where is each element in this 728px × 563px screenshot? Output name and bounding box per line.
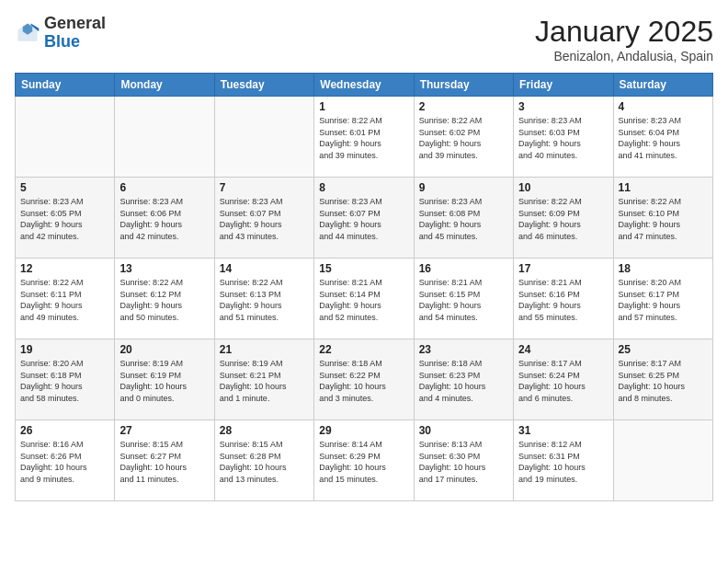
day-cell: 18Sunrise: 8:20 AM Sunset: 6:17 PM Dayli…: [613, 259, 712, 339]
day-cell: 13Sunrise: 8:22 AM Sunset: 6:12 PM Dayli…: [115, 259, 214, 339]
day-info: Sunrise: 8:23 AM Sunset: 6:07 PM Dayligh…: [319, 196, 408, 242]
day-cell: 21Sunrise: 8:19 AM Sunset: 6:21 PM Dayli…: [214, 339, 313, 420]
day-info: Sunrise: 8:23 AM Sunset: 6:06 PM Dayligh…: [119, 196, 209, 242]
logo-icon: [15, 20, 40, 46]
day-number: 22: [319, 343, 408, 356]
day-info: Sunrise: 8:13 AM Sunset: 6:30 PM Dayligh…: [419, 439, 508, 485]
day-number: 17: [518, 262, 608, 275]
day-number: 27: [119, 424, 209, 437]
day-number: 5: [20, 181, 109, 194]
day-number: 11: [619, 181, 708, 194]
calendar-table: Sunday Monday Tuesday Wednesday Thursday…: [15, 73, 713, 501]
day-info: Sunrise: 8:22 AM Sunset: 6:11 PM Dayligh…: [20, 277, 109, 323]
day-number: 14: [220, 262, 309, 275]
header: General Blue January 2025 Benizalon, And…: [15, 15, 713, 63]
day-number: 16: [419, 262, 508, 275]
day-info: Sunrise: 8:23 AM Sunset: 6:04 PM Dayligh…: [619, 115, 708, 161]
day-cell: 16Sunrise: 8:21 AM Sunset: 6:15 PM Dayli…: [414, 259, 513, 339]
week-row-3: 19Sunrise: 8:20 AM Sunset: 6:18 PM Dayli…: [16, 339, 713, 420]
week-row-4: 26Sunrise: 8:16 AM Sunset: 6:26 PM Dayli…: [16, 420, 713, 501]
day-info: Sunrise: 8:23 AM Sunset: 6:03 PM Dayligh…: [518, 115, 608, 161]
day-number: 25: [619, 343, 708, 356]
day-info: Sunrise: 8:22 AM Sunset: 6:13 PM Dayligh…: [220, 277, 309, 323]
day-number: 6: [119, 181, 209, 194]
day-cell: 29Sunrise: 8:14 AM Sunset: 6:29 PM Dayli…: [314, 420, 414, 501]
day-info: Sunrise: 8:20 AM Sunset: 6:18 PM Dayligh…: [20, 358, 109, 404]
day-info: Sunrise: 8:17 AM Sunset: 6:24 PM Dayligh…: [518, 358, 608, 404]
day-cell: 31Sunrise: 8:12 AM Sunset: 6:31 PM Dayli…: [514, 420, 613, 501]
day-info: Sunrise: 8:20 AM Sunset: 6:17 PM Dayligh…: [619, 277, 708, 323]
day-cell: [16, 97, 115, 178]
day-info: Sunrise: 8:18 AM Sunset: 6:22 PM Dayligh…: [319, 358, 408, 404]
day-info: Sunrise: 8:21 AM Sunset: 6:15 PM Dayligh…: [419, 277, 508, 323]
day-number: 19: [20, 343, 109, 356]
location-title: Benizalon, Andalusia, Spain: [535, 49, 713, 63]
day-number: 10: [518, 181, 608, 194]
page: General Blue January 2025 Benizalon, And…: [0, 0, 728, 563]
day-number: 12: [20, 262, 109, 275]
day-cell: 23Sunrise: 8:18 AM Sunset: 6:23 PM Dayli…: [414, 339, 513, 420]
day-cell: 26Sunrise: 8:16 AM Sunset: 6:26 PM Dayli…: [16, 420, 115, 501]
day-cell: 1Sunrise: 8:22 AM Sunset: 6:01 PM Daylig…: [314, 97, 414, 178]
col-sunday: Sunday: [16, 74, 115, 97]
day-number: 30: [419, 424, 508, 437]
day-info: Sunrise: 8:22 AM Sunset: 6:02 PM Dayligh…: [419, 115, 508, 161]
day-number: 13: [119, 262, 209, 275]
day-number: 23: [419, 343, 508, 356]
title-block: January 2025 Benizalon, Andalusia, Spain: [535, 15, 713, 63]
day-cell: 11Sunrise: 8:22 AM Sunset: 6:10 PM Dayli…: [613, 178, 712, 259]
col-monday: Monday: [115, 74, 214, 97]
day-cell: 4Sunrise: 8:23 AM Sunset: 6:04 PM Daylig…: [613, 97, 712, 178]
day-cell: 19Sunrise: 8:20 AM Sunset: 6:18 PM Dayli…: [16, 339, 115, 420]
day-cell: 14Sunrise: 8:22 AM Sunset: 6:13 PM Dayli…: [214, 259, 313, 339]
day-info: Sunrise: 8:21 AM Sunset: 6:16 PM Dayligh…: [518, 277, 608, 323]
day-cell: 6Sunrise: 8:23 AM Sunset: 6:06 PM Daylig…: [115, 178, 214, 259]
day-cell: 12Sunrise: 8:22 AM Sunset: 6:11 PM Dayli…: [16, 259, 115, 339]
day-number: 2: [419, 100, 508, 113]
day-number: 3: [518, 100, 608, 113]
day-number: 8: [319, 181, 408, 194]
col-wednesday: Wednesday: [314, 74, 414, 97]
day-info: Sunrise: 8:23 AM Sunset: 6:08 PM Dayligh…: [419, 196, 508, 242]
day-number: 15: [319, 262, 408, 275]
day-cell: 22Sunrise: 8:18 AM Sunset: 6:22 PM Dayli…: [314, 339, 414, 420]
day-number: 26: [20, 424, 109, 437]
day-info: Sunrise: 8:22 AM Sunset: 6:10 PM Dayligh…: [619, 196, 708, 242]
logo-text: General Blue: [44, 15, 106, 52]
day-info: Sunrise: 8:22 AM Sunset: 6:01 PM Dayligh…: [319, 115, 408, 161]
day-info: Sunrise: 8:22 AM Sunset: 6:12 PM Dayligh…: [119, 277, 209, 323]
calendar-header: Sunday Monday Tuesday Wednesday Thursday…: [16, 74, 713, 97]
day-cell: 7Sunrise: 8:23 AM Sunset: 6:07 PM Daylig…: [214, 178, 313, 259]
day-cell: 28Sunrise: 8:15 AM Sunset: 6:28 PM Dayli…: [214, 420, 313, 501]
day-info: Sunrise: 8:21 AM Sunset: 6:14 PM Dayligh…: [319, 277, 408, 323]
calendar-body: 1Sunrise: 8:22 AM Sunset: 6:01 PM Daylig…: [16, 97, 713, 501]
day-number: 28: [220, 424, 309, 437]
day-info: Sunrise: 8:23 AM Sunset: 6:05 PM Dayligh…: [20, 196, 109, 242]
day-cell: 8Sunrise: 8:23 AM Sunset: 6:07 PM Daylig…: [314, 178, 414, 259]
logo-blue: Blue: [44, 32, 80, 51]
day-cell: 9Sunrise: 8:23 AM Sunset: 6:08 PM Daylig…: [414, 178, 513, 259]
logo-general: General: [44, 14, 106, 32]
day-number: 31: [518, 424, 608, 437]
day-info: Sunrise: 8:19 AM Sunset: 6:19 PM Dayligh…: [119, 358, 209, 404]
day-info: Sunrise: 8:23 AM Sunset: 6:07 PM Dayligh…: [220, 196, 309, 242]
day-info: Sunrise: 8:15 AM Sunset: 6:27 PM Dayligh…: [119, 439, 209, 485]
day-info: Sunrise: 8:19 AM Sunset: 6:21 PM Dayligh…: [220, 358, 309, 404]
day-info: Sunrise: 8:17 AM Sunset: 6:25 PM Dayligh…: [619, 358, 708, 404]
day-number: 24: [518, 343, 608, 356]
col-friday: Friday: [514, 74, 613, 97]
col-saturday: Saturday: [613, 74, 712, 97]
day-info: Sunrise: 8:16 AM Sunset: 6:26 PM Dayligh…: [20, 439, 109, 485]
col-tuesday: Tuesday: [214, 74, 313, 97]
day-cell: [214, 97, 313, 178]
day-info: Sunrise: 8:18 AM Sunset: 6:23 PM Dayligh…: [419, 358, 508, 404]
day-cell: 5Sunrise: 8:23 AM Sunset: 6:05 PM Daylig…: [16, 178, 115, 259]
day-number: 1: [319, 100, 408, 113]
day-cell: 3Sunrise: 8:23 AM Sunset: 6:03 PM Daylig…: [514, 97, 613, 178]
day-cell: 20Sunrise: 8:19 AM Sunset: 6:19 PM Dayli…: [115, 339, 214, 420]
month-title: January 2025: [535, 15, 713, 49]
day-cell: 30Sunrise: 8:13 AM Sunset: 6:30 PM Dayli…: [414, 420, 513, 501]
day-cell: [115, 97, 214, 178]
day-number: 7: [220, 181, 309, 194]
day-info: Sunrise: 8:12 AM Sunset: 6:31 PM Dayligh…: [518, 439, 608, 485]
